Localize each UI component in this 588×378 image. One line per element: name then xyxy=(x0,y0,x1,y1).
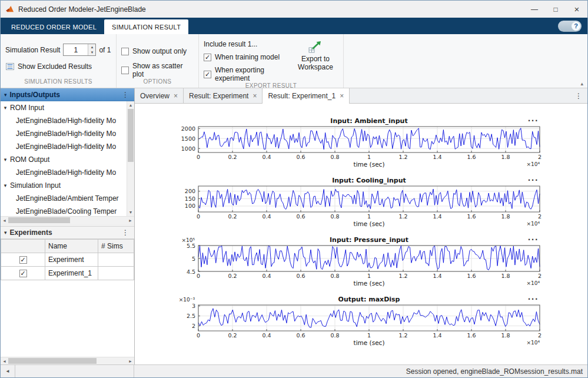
scroll-down-icon[interactable]: ▼ xyxy=(127,208,134,216)
x-tick-label: 0.2 xyxy=(228,213,237,220)
section-options: ✓ Show output only ✓ Show as scatter plo… xyxy=(117,34,199,88)
experiments-title: Experiments xyxy=(10,228,52,237)
ribbon-collapse-button[interactable]: ▴ xyxy=(580,81,583,87)
x-tick-label: 2 xyxy=(538,213,542,220)
experiments-header[interactable]: ▾ Experiments ⋮ xyxy=(1,226,134,239)
export-to-workspace-button[interactable]: Export to Workspace xyxy=(293,34,338,82)
tab-result-experiment[interactable]: Result: Experiment × xyxy=(184,88,263,103)
plot-3: Output: maxDisp···×10⁻³22.5300.20.40.60.… xyxy=(163,295,569,350)
minimize-button[interactable]: — xyxy=(524,1,545,18)
x-tick-label: 0.4 xyxy=(262,154,271,160)
tree-item[interactable]: JetEngineBlade/High-fidelity Mo xyxy=(1,127,127,140)
plot-block: Output: maxDisp···×10⁻³22.5300.20.40.60.… xyxy=(163,295,569,350)
close-button[interactable]: × xyxy=(566,1,587,18)
tab-simulation-result[interactable]: SIMULATION RESULT xyxy=(104,19,188,34)
scroll-left-icon[interactable]: ◄ xyxy=(1,217,8,224)
scrollbar-thumb[interactable] xyxy=(8,217,70,223)
y-tick-label: 1000 xyxy=(181,145,195,152)
collapse-arrow-icon[interactable]: ▾ xyxy=(1,183,10,188)
help-button[interactable]: ? xyxy=(558,21,582,32)
plot-menu-button[interactable]: ··· xyxy=(528,295,539,303)
close-tab-icon[interactable]: × xyxy=(253,92,257,100)
experiment-checkbox[interactable]: ✓ xyxy=(19,270,27,277)
toolstrip-tab-bar: REDUCED ORDER MODEL SIMULATION RESULT ? xyxy=(1,18,587,34)
y-exponent-label: ×10⁻³ xyxy=(179,297,195,303)
tab-result-experiment-1[interactable]: Result: Experiment_1 × xyxy=(263,88,350,103)
collapse-arrow-icon[interactable]: ▾ xyxy=(1,157,10,163)
experiment-name-cell: Experiment xyxy=(45,253,98,267)
tree-item-label: Simulation Input xyxy=(10,181,61,190)
x-tick-label: 0 xyxy=(197,332,200,339)
experiment-row[interactable]: ✓ Experiment xyxy=(1,253,134,267)
when-exporting-checkbox-row[interactable]: ✓ When exporting experiment xyxy=(204,66,293,82)
maximize-button[interactable]: □ xyxy=(545,1,566,18)
collapse-arrow-icon[interactable]: ▾ xyxy=(4,92,7,98)
tree-item[interactable]: JetEngineBlade/Ambient Temper xyxy=(1,192,127,205)
scrollbar-thumb[interactable] xyxy=(8,358,97,364)
x-tick-label: 0.6 xyxy=(296,213,305,220)
close-tab-icon[interactable]: × xyxy=(174,92,178,100)
experiment-sims-cell xyxy=(98,253,134,267)
x-tick-label: 1 xyxy=(367,273,371,279)
simulation-result-value: 1 xyxy=(64,44,88,55)
plot-menu-button[interactable]: ··· xyxy=(528,176,539,184)
scroll-right-icon[interactable]: ► xyxy=(127,217,134,224)
plot-block: Input: Cooling_input···10015020000.20.40… xyxy=(163,176,569,231)
tree-horizontal-scrollbar: ◄ ► xyxy=(1,216,134,224)
simulation-result-input[interactable]: 1 ▲ ▼ xyxy=(63,44,96,56)
status-bar: ◄ Session opened, engineBlade_ROMsession… xyxy=(1,364,587,377)
app-window: Reduced Order Modeler-JetEngineBlade — □… xyxy=(0,0,588,378)
experiment-checkbox[interactable]: ✓ xyxy=(19,256,27,264)
show-as-scatter-checkbox-row[interactable]: ✓ Show as scatter plot xyxy=(121,62,194,78)
plot-menu-button[interactable]: ··· xyxy=(528,236,539,244)
spinner-down-icon[interactable]: ▼ xyxy=(88,50,95,56)
x-tick-label: 1.8 xyxy=(501,332,510,339)
scrollbar-thumb[interactable] xyxy=(128,109,134,162)
show-excluded-results-button[interactable]: Show Excluded Results xyxy=(5,62,111,71)
doc-tabs-menu-icon[interactable]: ⋮ xyxy=(570,88,587,103)
name-column-header[interactable]: Name xyxy=(45,240,98,253)
inputs-outputs-header[interactable]: ▾ Inputs/Outputs ⋮ xyxy=(1,88,134,101)
x-tick-label: 0 xyxy=(197,154,200,160)
tree-item[interactable]: JetEngineBlade/High-fidelity Mo xyxy=(1,166,127,179)
x-tick-label: 1 xyxy=(367,154,371,160)
x-tick-label: 1.6 xyxy=(467,154,476,160)
plots-area: Input: Ambient_input···10001500200000.20… xyxy=(135,104,587,364)
y-tick-label: 200 xyxy=(185,188,195,194)
tree-item[interactable]: JetEngineBlade/High-fidelity Mo xyxy=(1,114,127,127)
collapse-arrow-icon[interactable]: ▾ xyxy=(4,230,7,236)
sims-column-header[interactable]: # Sims xyxy=(98,240,134,253)
tab-overview[interactable]: Overview × xyxy=(135,88,184,103)
panel-menu-icon[interactable]: ⋮ xyxy=(120,228,131,237)
x-tick-label: 0.2 xyxy=(228,332,237,339)
left-panel: ▾ Inputs/Outputs ⋮ ▾ ROM Input JetEngine… xyxy=(1,88,135,364)
collapse-panel-button[interactable]: ◄ xyxy=(1,365,15,377)
x-tick-label: 0.2 xyxy=(228,154,237,160)
matlab-icon xyxy=(5,5,14,14)
tree-item[interactable]: JetEngineBlade/High-fidelity Mo xyxy=(1,140,127,153)
collapse-arrow-icon[interactable]: ▾ xyxy=(1,105,10,111)
x-tick-label: 0.8 xyxy=(330,273,339,279)
x-tick-label: 0.2 xyxy=(228,273,237,279)
scroll-right-icon[interactable]: ► xyxy=(127,357,134,364)
tree-group-simulation-input[interactable]: ▾ Simulation Input xyxy=(1,179,127,192)
panel-menu-icon[interactable]: ⋮ xyxy=(120,91,131,99)
tree-group-rom-output[interactable]: ▾ ROM Output xyxy=(1,153,127,166)
tree-group-rom-input[interactable]: ▾ ROM Input xyxy=(1,101,127,114)
spinner-up-icon[interactable]: ▲ xyxy=(88,44,95,50)
x-tick-label: 0.8 xyxy=(330,213,339,220)
tab-reduced-order-model[interactable]: REDUCED ORDER MODEL xyxy=(4,19,104,34)
plot-menu-button[interactable]: ··· xyxy=(528,117,539,125)
scroll-left-icon[interactable]: ◄ xyxy=(1,357,8,364)
close-tab-icon[interactable]: × xyxy=(340,92,344,100)
x-tick-label: 0.4 xyxy=(262,213,271,220)
experiment-row[interactable]: ✓ Experiment_1 xyxy=(1,267,134,280)
show-excluded-label: Show Excluded Results xyxy=(18,62,92,71)
tree-item[interactable]: JetEngineBlade/Cooling Temper xyxy=(1,205,127,216)
scroll-up-icon[interactable]: ▲ xyxy=(127,101,134,109)
show-output-only-checkbox-row[interactable]: ✓ Show output only xyxy=(121,47,194,55)
plot-1: Input: Cooling_input···10015020000.20.40… xyxy=(163,176,569,231)
when-training-checkbox-row[interactable]: ✓ When training model xyxy=(204,53,293,61)
x-axis-label: time (sec) xyxy=(354,280,385,287)
x-tick-label: 1.4 xyxy=(433,213,441,220)
